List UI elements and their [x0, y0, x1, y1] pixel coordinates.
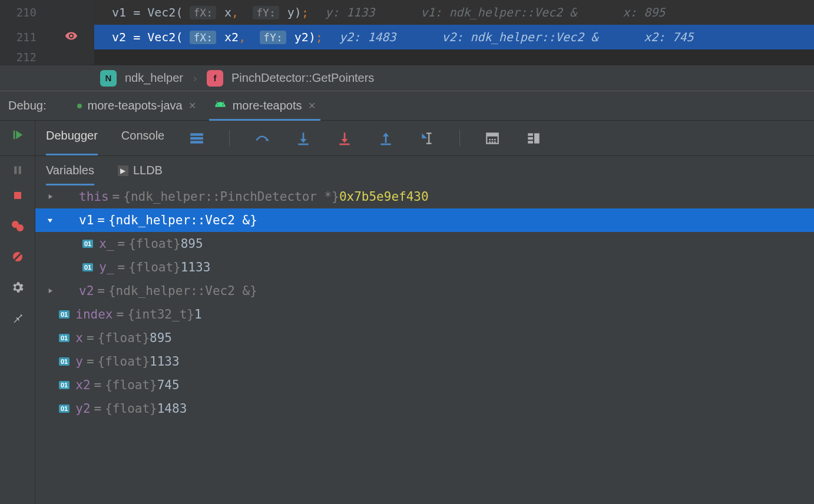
debug-session-tab-java[interactable]: more-teapots-java ✕	[72, 91, 201, 120]
debug-sessions-bar: Debug: more-teapots-java ✕ more-teapots …	[0, 91, 814, 120]
equals-sign: =	[118, 237, 125, 251]
close-icon[interactable]: ✕	[188, 100, 196, 111]
tab-label: LLDB	[133, 164, 163, 177]
variable-type: {float}	[98, 331, 150, 345]
variable-value: 895	[150, 331, 172, 345]
expand-arrow-icon[interactable]	[41, 214, 59, 227]
breadcrumb-function[interactable]: PinchDetector::GetPointers	[231, 71, 374, 85]
svg-point-16	[494, 138, 496, 140]
settings-button[interactable]	[7, 277, 28, 298]
android-icon	[214, 98, 227, 114]
close-icon[interactable]: ✕	[308, 100, 316, 111]
variables-tabs: Variables ▶ LLDB	[35, 156, 814, 185]
variable-type: {ndk_helper::PinchDetector *}	[123, 190, 339, 204]
variable-name: y2	[75, 402, 90, 416]
line-number: 211	[7, 31, 37, 44]
tab-console[interactable]: Console	[121, 129, 164, 147]
variable-value: 0x7b5e9ef430	[339, 190, 429, 204]
step-out-icon[interactable]	[377, 130, 395, 147]
variable-type: {float}	[128, 237, 181, 251]
step-into-icon[interactable]	[295, 130, 312, 147]
debug-session-tab-native[interactable]: more-teapots ✕	[209, 91, 320, 120]
gutter: 211	[0, 25, 94, 49]
debugger-tool-tabs: Debugger Console	[35, 121, 814, 155]
pin-button[interactable]	[7, 307, 28, 329]
inline-value-hint: v2: ndk_helper::Vec2 &	[442, 30, 598, 44]
svg-rect-1	[190, 137, 203, 139]
variable-row[interactable]: 01index = {int32_t} 1	[35, 303, 814, 326]
equals-sign: =	[118, 260, 125, 274]
primitive-icon: 01	[59, 357, 70, 366]
eye-icon[interactable]	[65, 29, 78, 45]
code-token: ;	[302, 5, 309, 19]
svg-rect-2	[190, 141, 203, 143]
variable-row[interactable]: v2 = {ndk_helper::Vec2 &}	[35, 279, 814, 303]
variable-row[interactable]: 01x2 = {float} 745	[35, 373, 814, 397]
gutter: 212	[0, 49, 94, 65]
inline-value-hint: y2: 1483	[339, 30, 396, 44]
tab-debugger[interactable]: Debugger	[46, 129, 98, 147]
code-editor: 210 v1 = Vec2 ( fX: x , fY: y ) ; y: 113…	[0, 0, 814, 65]
svg-rect-8	[381, 143, 391, 145]
variable-row[interactable]: v1 = {ndk_helper::Vec2 &}	[35, 208, 814, 232]
tab-variables[interactable]: Variables	[46, 164, 94, 177]
step-over-icon[interactable]	[253, 130, 271, 147]
running-dot-icon	[77, 104, 82, 108]
expand-arrow-icon[interactable]	[41, 285, 59, 297]
tab-lldb[interactable]: ▶ LLDB	[118, 164, 163, 177]
svg-rect-4	[299, 143, 309, 145]
variable-name: v1	[79, 213, 94, 227]
separator	[229, 130, 230, 147]
variable-row[interactable]: 01x = {float} 895	[35, 326, 814, 350]
breadcrumb-namespace[interactable]: ndk_helper	[125, 71, 183, 85]
svg-point-19	[494, 141, 496, 143]
code-token: ;	[316, 30, 323, 44]
equals-sign: =	[94, 402, 102, 416]
debug-control-gutter	[0, 121, 35, 155]
code-token	[280, 5, 287, 19]
variable-row[interactable]: 01y = {float} 1133	[35, 350, 814, 373]
primitive-icon: 01	[59, 310, 70, 319]
variable-row[interactable]: this = {ndk_helper::PinchDetector *} 0x7…	[35, 185, 814, 208]
force-step-into-icon[interactable]	[336, 130, 353, 147]
evaluate-expression-icon[interactable]	[484, 130, 501, 147]
svg-point-17	[489, 141, 491, 143]
resume-button[interactable]	[7, 124, 28, 145]
debugger-subtabs: Variables ▶ LLDB	[0, 155, 814, 185]
layout-settings-icon[interactable]	[525, 130, 542, 147]
svg-rect-25	[18, 166, 21, 174]
debug-control-gutter	[0, 156, 35, 185]
pause-button[interactable]	[7, 160, 28, 181]
struct-icon	[59, 285, 73, 297]
threads-view-icon[interactable]	[188, 130, 206, 147]
inline-value-hint: v1: ndk_helper::Vec2 &	[421, 5, 577, 19]
tab-label: more-teapots	[233, 99, 302, 112]
expand-arrow-icon[interactable]	[41, 191, 59, 203]
primitive-icon: 01	[59, 404, 70, 413]
gutter: 210	[0, 0, 94, 25]
variable-row[interactable]: 01y2 = {float} 1483	[35, 397, 814, 420]
code-token: ,	[231, 5, 253, 19]
svg-rect-26	[14, 192, 21, 199]
mute-breakpoints-button[interactable]	[7, 246, 28, 267]
terminal-icon: ▶	[118, 165, 128, 176]
code-content[interactable]: v1 = Vec2 ( fX: x , fY: y ) ; y: 1133 v1…	[94, 0, 814, 25]
variable-row[interactable]: 01y_ = {float} 1133	[35, 256, 814, 279]
debugger-main: this = {ndk_helper::PinchDetector *} 0x7…	[0, 185, 814, 504]
run-to-cursor-icon[interactable]	[418, 130, 436, 147]
variable-name: y	[75, 354, 83, 369]
code-content[interactable]: v2 = Vec2 ( fX: x2 , fY: y2 ) ; y2: 1483…	[94, 25, 814, 49]
stop-button[interactable]	[7, 185, 28, 206]
view-breakpoints-button[interactable]	[7, 215, 28, 237]
code-token: =	[126, 5, 147, 19]
variables-tree[interactable]: this = {ndk_helper::PinchDetector *} 0x7…	[35, 185, 814, 504]
code-content[interactable]	[94, 49, 814, 65]
variable-value: 1483	[157, 402, 187, 416]
svg-rect-22	[528, 141, 533, 143]
equals-sign: =	[94, 378, 102, 392]
variable-type: {float}	[105, 378, 157, 392]
variable-row[interactable]: 01x_ = {float} 895	[35, 232, 814, 256]
line-number: 210	[7, 6, 37, 19]
variable-value: 1133	[150, 354, 180, 369]
code-token	[217, 5, 224, 19]
